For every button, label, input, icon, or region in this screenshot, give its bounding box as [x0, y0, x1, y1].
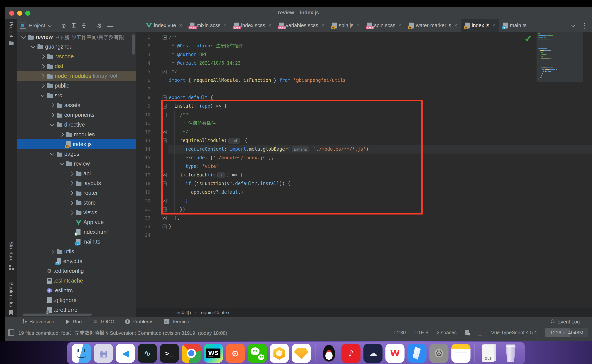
line-number[interactable]: 1	[136, 33, 150, 42]
dock-blue-prism-app[interactable]	[408, 344, 427, 363]
line-number[interactable]: 17	[136, 171, 150, 179]
tree-item-main.ts[interactable]: TSmain.ts	[17, 237, 136, 247]
status-message[interactable]: 19 files committed: feat：完成数据填报 // Subve…	[18, 329, 227, 336]
memory-indicator[interactable]: 1216 of 4048M	[545, 328, 588, 337]
code-line[interactable]	[169, 231, 583, 240]
chevron-right-icon[interactable]	[69, 191, 74, 195]
chevron-right-icon[interactable]	[69, 201, 74, 205]
tab-spin.scss[interactable]: SASSspin.scss×	[363, 19, 405, 32]
tree-item-.vscode[interactable]: .vscode	[17, 52, 136, 61]
line-number[interactable]: 4	[136, 59, 150, 67]
dock-amber-gem-app[interactable]	[270, 344, 289, 363]
line-number[interactable]: 19	[136, 188, 150, 196]
close-icon[interactable]: ×	[321, 23, 324, 28]
tree-item-.editorconfig[interactable]: ⚙.editorconfig	[17, 266, 136, 276]
tree-item-public[interactable]: public	[17, 81, 136, 91]
dock-wechat[interactable]	[248, 344, 267, 363]
chevron-right-icon[interactable]	[50, 113, 54, 117]
line-number[interactable]: 23	[136, 222, 150, 231]
dock-sketch[interactable]	[292, 344, 311, 363]
line-number[interactable]: 21	[136, 205, 150, 214]
stripe-bookmarks-button[interactable]: Bookmarks	[8, 282, 14, 315]
line-number[interactable]: 11	[136, 119, 150, 128]
tab-index.scss[interactable]: SASSindex.scss×	[230, 19, 275, 32]
dock-launchpad[interactable]: ▦	[94, 344, 113, 363]
stripe-structure-button[interactable]: Structure	[8, 241, 14, 271]
chevron-down-icon[interactable]	[40, 93, 45, 97]
breadcrumb-item[interactable]: requireContext	[199, 310, 231, 315]
dock-vscode[interactable]: ◀	[116, 344, 135, 363]
inspections-ok-check-icon[interactable]: ✓	[524, 34, 532, 44]
tree-item-pages[interactable]: pages	[17, 149, 136, 159]
close-icon[interactable]: ×	[268, 23, 271, 28]
code-line[interactable]: */	[169, 67, 583, 76]
code-line[interactable]: * @Author BPF	[169, 50, 583, 59]
tab-index.vue[interactable]: index.vue×	[142, 19, 186, 32]
fold-collapse-icon[interactable]	[163, 35, 167, 40]
fold-end-icon[interactable]	[163, 216, 167, 221]
status-indent[interactable]: 2 spaces	[437, 330, 457, 336]
chevron-right-icon[interactable]	[69, 171, 74, 176]
dock-notes[interactable]	[451, 344, 471, 363]
tree-item-index.html[interactable]: Hindex.html	[17, 227, 136, 237]
dock-chrome[interactable]	[182, 344, 201, 363]
chevron-down-icon[interactable]	[50, 122, 54, 126]
tab-index.js[interactable]: JSindex.js×	[461, 19, 499, 32]
line-number[interactable]: 18	[136, 179, 150, 188]
code-line[interactable]: import { requireAllModule, isFunction } …	[169, 76, 583, 85]
dock-xls-document[interactable]: XLS	[479, 344, 498, 363]
line-number[interactable]: 14	[136, 145, 150, 154]
tree-item-assets[interactable]: assets	[17, 100, 136, 110]
line-number[interactable]: 20	[136, 196, 150, 205]
fold-end-icon[interactable]	[163, 70, 167, 74]
tree-item-store[interactable]: store	[17, 198, 136, 208]
tab-spin.js[interactable]: JSspin.js×	[328, 19, 363, 32]
status-encoding[interactable]: UTF-8	[414, 330, 428, 336]
chevron-down-icon[interactable]	[21, 34, 26, 39]
tree-item-modules[interactable]: modules	[17, 130, 136, 139]
collapse-all-icon[interactable]	[81, 23, 87, 28]
tab-mixin.scss[interactable]: SASSmixin.scss×	[186, 19, 230, 32]
tree-item-api[interactable]: api	[17, 169, 136, 178]
line-number[interactable]: 22	[136, 214, 150, 222]
tree-item-components[interactable]: components	[17, 110, 136, 120]
toolbar-run-button[interactable]: Run	[65, 319, 82, 325]
dock-webstorm[interactable]: WS	[204, 344, 223, 363]
tree-item-router[interactable]: router	[17, 188, 136, 198]
tab-main.ts[interactable]: TSmain.ts	[499, 19, 530, 32]
code-line[interactable]: * @Description: 注册所有插件	[169, 42, 583, 50]
tree-item-index.js[interactable]: JSindex.js	[17, 139, 136, 149]
close-icon[interactable]: ×	[398, 23, 401, 28]
code-line[interactable]: },	[169, 214, 583, 222]
dock-terminal[interactable]: >_	[160, 344, 179, 363]
line-number[interactable]: 10	[136, 110, 150, 119]
code-minimap[interactable]	[537, 32, 583, 82]
settings-gear-icon[interactable]: ⚙	[97, 22, 102, 29]
locate-file-icon[interactable]: ⊕	[61, 22, 66, 29]
download-sources-icon[interactable]: ↓	[478, 330, 483, 336]
fold-end-icon[interactable]	[163, 224, 167, 229]
toolwindow-toggle-icon[interactable]	[8, 329, 14, 336]
toolbar-problems-button[interactable]: !Problems	[125, 319, 153, 325]
tab-water-marker.js[interactable]: JSwater-marker.js×	[405, 19, 461, 32]
expand-all-icon[interactable]	[71, 23, 76, 28]
dock-qq[interactable]	[319, 344, 339, 363]
chevron-down-icon[interactable]	[48, 23, 52, 27]
highlighting-level-icon[interactable]	[465, 330, 469, 335]
chevron-right-icon[interactable]	[40, 54, 45, 59]
line-number[interactable]: 16	[136, 162, 150, 171]
chevron-right-icon[interactable]	[50, 103, 54, 107]
fold-collapse-icon[interactable]	[163, 95, 167, 100]
line-number[interactable]: 2	[136, 42, 150, 50]
chevron-right-icon[interactable]	[69, 210, 74, 215]
line-number[interactable]: 9	[136, 102, 150, 110]
tree-item-env.d.ts[interactable]: TSenv.d.ts	[17, 256, 136, 266]
close-icon[interactable]: ×	[356, 23, 359, 28]
dock-postman[interactable]: ⊙	[226, 344, 245, 363]
code-line[interactable]	[169, 85, 583, 93]
close-icon[interactable]: ×	[223, 23, 227, 28]
close-icon[interactable]: ×	[179, 23, 182, 28]
code-line[interactable]: }	[169, 222, 583, 231]
line-number[interactable]: 24	[136, 231, 150, 240]
chevron-right-icon[interactable]	[60, 132, 64, 137]
